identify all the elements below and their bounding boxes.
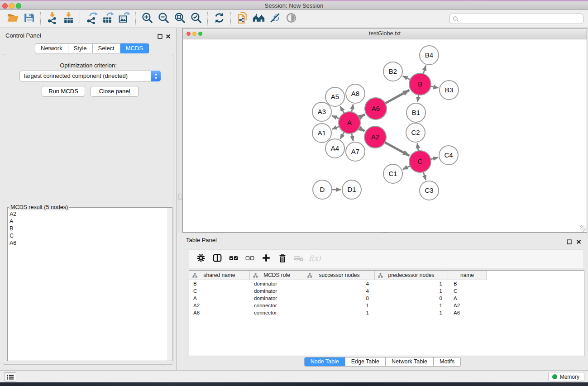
node-label-B: B — [418, 80, 422, 88]
mcds-result-item[interactable]: C — [8, 232, 167, 239]
search-icon — [453, 16, 459, 22]
tab-style[interactable]: Style — [68, 43, 93, 53]
split-divider-handle[interactable] — [178, 194, 182, 200]
table-settings-button[interactable] — [193, 251, 209, 267]
table-row[interactable]: A2connector11A2 — [189, 302, 584, 309]
home-button[interactable] — [250, 11, 267, 27]
edge-C-C3[interactable] — [423, 172, 426, 180]
import-network-button[interactable] — [44, 11, 60, 27]
network-window-titlebar[interactable]: testGlobe.txt — [183, 29, 587, 39]
edge-C-C1[interactable] — [403, 166, 410, 169]
export-network-button[interactable] — [83, 11, 100, 27]
tab-select[interactable]: Select — [93, 43, 120, 53]
node-label-A: A — [347, 119, 352, 126]
float-panel-icon[interactable] — [567, 238, 572, 243]
edge-A6-B[interactable] — [385, 90, 409, 103]
float-panel-icon[interactable] — [158, 33, 163, 38]
deselect-all-button[interactable] — [242, 251, 258, 267]
table-row[interactable]: A6connector11A6 — [189, 309, 584, 316]
edge-A2-C[interactable] — [385, 143, 409, 156]
column-header-MCDS-role[interactable]: MCDS role — [250, 271, 304, 280]
mcds-result-item[interactable]: B — [8, 225, 167, 232]
resize-grip[interactable] — [580, 225, 586, 232]
minimize-window-button[interactable] — [9, 3, 14, 9]
node-label-C2: C2 — [411, 129, 420, 136]
edge-A-A7[interactable] — [352, 133, 353, 141]
tab-network[interactable]: Network — [35, 43, 68, 53]
edge-A-A1[interactable] — [332, 127, 339, 129]
zoom-selected-button[interactable] — [188, 11, 204, 27]
close-panel-button[interactable]: Close panel — [91, 86, 139, 97]
export-image-button[interactable] — [116, 11, 132, 27]
network-minimize-button[interactable] — [192, 32, 196, 36]
close-panel-icon[interactable] — [166, 33, 171, 38]
import-network-icon — [46, 12, 58, 26]
function-builder-icon: f(x) — [307, 253, 323, 265]
tab-mcds[interactable]: MCDS — [120, 43, 149, 53]
close-panel-icon[interactable] — [576, 238, 581, 243]
node-label-B2: B2 — [389, 67, 397, 75]
edge-A-A5[interactable] — [340, 106, 344, 113]
mcds-result-item[interactable]: A2 — [8, 210, 167, 218]
edge-C-C4[interactable] — [430, 157, 438, 159]
table-row[interactable]: Cdominator41C — [189, 287, 584, 295]
create-column-button[interactable] — [258, 251, 274, 267]
edge-B-B2[interactable] — [403, 76, 411, 80]
eye-button[interactable] — [283, 11, 299, 27]
edge-B-B1[interactable] — [417, 95, 418, 102]
mcds-result-list: A2ABCA6 — [8, 210, 167, 361]
tab-node-table[interactable]: Node Table — [304, 357, 345, 367]
column-header-name[interactable]: name — [448, 271, 487, 280]
cell-predecessor-nodes: 1 — [375, 309, 448, 316]
close-window-button[interactable] — [2, 3, 8, 9]
zoom-fit-button[interactable] — [172, 11, 188, 27]
task-history-button[interactable] — [5, 372, 16, 381]
column-header-successor-nodes[interactable]: successor nodes — [304, 271, 375, 280]
network-close-button[interactable] — [186, 32, 191, 36]
zoom-in-button[interactable] — [139, 11, 155, 27]
network-canvas[interactable]: B4B2BB3A8A5A6A3B1AC2A1A2A4A7C4CC1C3DD1 — [183, 40, 587, 232]
column-header-predecessor-nodes[interactable]: predecessor nodes — [375, 271, 448, 280]
edge-A-A6[interactable] — [359, 114, 365, 118]
control-panel-title: Control Panel — [5, 32, 41, 39]
memory-button[interactable]: Memory — [548, 372, 584, 381]
open-session-button[interactable] — [5, 11, 21, 27]
search-input[interactable] — [449, 14, 583, 24]
select-all-button[interactable] — [225, 251, 242, 267]
hide-graphics-details-button[interactable]: f — [267, 11, 283, 27]
edge-C-C2[interactable] — [417, 143, 419, 151]
zoom-out-icon — [158, 12, 170, 26]
network-zoom-button[interactable] — [198, 32, 202, 36]
table-panel-title: Table Panel — [186, 237, 217, 243]
table-row[interactable]: Bdominator41B — [189, 280, 584, 287]
table-row[interactable]: Adominator80A — [189, 295, 584, 302]
export-table-button[interactable] — [100, 11, 116, 27]
mcds-result-item[interactable]: A6 — [8, 239, 167, 247]
column-header-shared-name[interactable]: shared name — [189, 271, 250, 280]
tab-motifs[interactable]: Motifs — [434, 357, 461, 367]
edge-A-A8[interactable] — [352, 105, 353, 112]
mcds-result-scrollbar[interactable] — [167, 208, 172, 361]
tab-network-table[interactable]: Network Table — [386, 357, 434, 367]
delete-column-button[interactable] — [274, 251, 291, 267]
criterion-dropdown[interactable]: largest connected component (directed) — [19, 71, 161, 81]
node-label-C3: C3 — [425, 186, 433, 194]
zoom-window-button[interactable] — [16, 3, 21, 9]
mcds-result-item[interactable]: A — [8, 218, 167, 225]
edge-A-A3[interactable] — [332, 116, 339, 119]
edge-A-A4[interactable] — [340, 132, 344, 139]
edge-B-B4[interactable] — [423, 66, 426, 74]
column-type-icon — [192, 273, 197, 279]
import-table-button[interactable] — [60, 11, 76, 27]
edge-B-B3[interactable] — [431, 86, 439, 88]
edge-A-A2[interactable] — [359, 128, 365, 131]
save-session-button[interactable] — [21, 11, 37, 27]
clipboard-network-button[interactable] — [234, 11, 250, 27]
refresh-button[interactable] — [211, 11, 227, 27]
run-mcds-button[interactable]: Run MCDS — [42, 86, 85, 97]
tab-edge-table[interactable]: Edge Table — [345, 357, 386, 367]
cell-MCDS-role: dominator — [250, 295, 304, 302]
zoom-out-button[interactable] — [155, 11, 172, 27]
split-panel-button[interactable] — [209, 251, 225, 267]
deselect-all-icon — [245, 253, 255, 265]
